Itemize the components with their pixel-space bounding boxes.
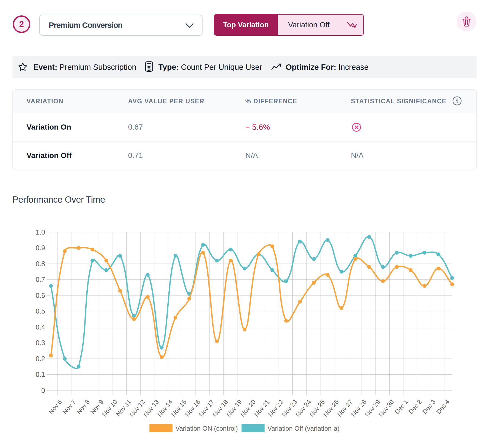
svg-text:Nov 8: Nov 8 [75, 398, 91, 416]
svg-text:Dec 3: Dec 3 [421, 398, 437, 416]
svg-text:Dec 1: Dec 1 [393, 398, 409, 416]
svg-text:0.6: 0.6 [36, 292, 45, 299]
svg-text:Nov 7: Nov 7 [61, 398, 77, 416]
svg-text:0.8: 0.8 [36, 260, 45, 268]
svg-text:Dec 4: Dec 4 [435, 398, 451, 415]
svg-text:Variation ON (control): Variation ON (control) [175, 425, 238, 432]
svg-text:Nov 6: Nov 6 [47, 398, 63, 416]
svg-text:0.2: 0.2 [36, 355, 45, 363]
svg-text:Nov 10: Nov 10 [100, 398, 119, 418]
svg-text:0: 0 [41, 387, 45, 394]
svg-text:0.9: 0.9 [36, 244, 45, 252]
svg-text:0.4: 0.4 [36, 323, 45, 331]
svg-text:0.3: 0.3 [36, 339, 45, 347]
svg-text:0.1: 0.1 [36, 371, 45, 378]
svg-text:1.0: 1.0 [36, 228, 45, 236]
svg-text:0.7: 0.7 [36, 276, 45, 283]
svg-text:0.5: 0.5 [36, 307, 45, 315]
svg-text:Nov 30: Nov 30 [377, 398, 395, 418]
svg-text:Dec 2: Dec 2 [407, 398, 423, 416]
svg-text:Variation Off (variation-a): Variation Off (variation-a) [268, 425, 340, 432]
